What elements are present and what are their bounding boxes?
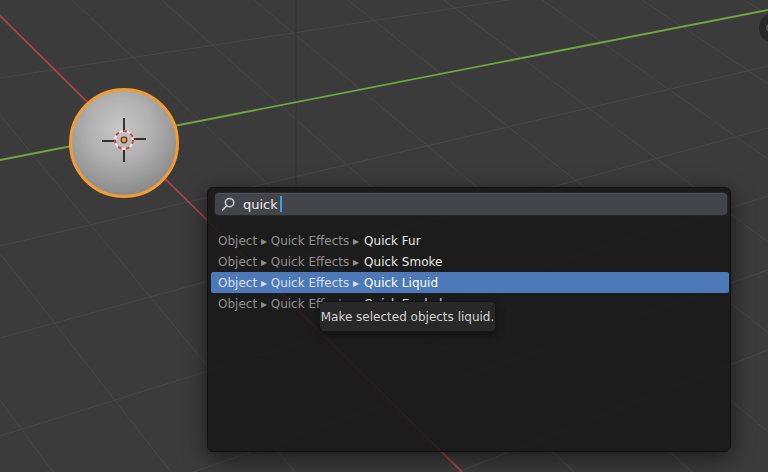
search-input[interactable]: quick bbox=[215, 193, 727, 215]
result-breadcrumb: Object ▸ Quick Effects ▸ bbox=[218, 255, 359, 269]
search-result-quick-liquid[interactable]: Object ▸ Quick Effects ▸ Quick Liquid bbox=[211, 272, 729, 293]
result-breadcrumb: Object ▸ Quick Effects ▸ bbox=[218, 234, 359, 248]
result-label: Quick Smoke bbox=[364, 255, 442, 269]
result-label: Quick Liquid bbox=[364, 276, 438, 290]
search-result-quick-smoke[interactable]: Object ▸ Quick Effects ▸ Quick Smoke bbox=[211, 251, 729, 272]
search-query-text: quick bbox=[243, 198, 278, 211]
tooltip: Make selected objects liquid. bbox=[319, 301, 496, 332]
3d-cursor-icon bbox=[98, 114, 150, 166]
result-breadcrumb: Object ▸ Quick Effects ▸ bbox=[218, 276, 359, 290]
tooltip-text: Make selected objects liquid. bbox=[321, 310, 495, 324]
search-result-quick-fur[interactable]: Object ▸ Quick Effects ▸ Quick Fur bbox=[211, 230, 729, 251]
result-label: Quick Fur bbox=[364, 234, 421, 248]
search-icon bbox=[221, 197, 236, 212]
text-cursor bbox=[280, 196, 282, 212]
